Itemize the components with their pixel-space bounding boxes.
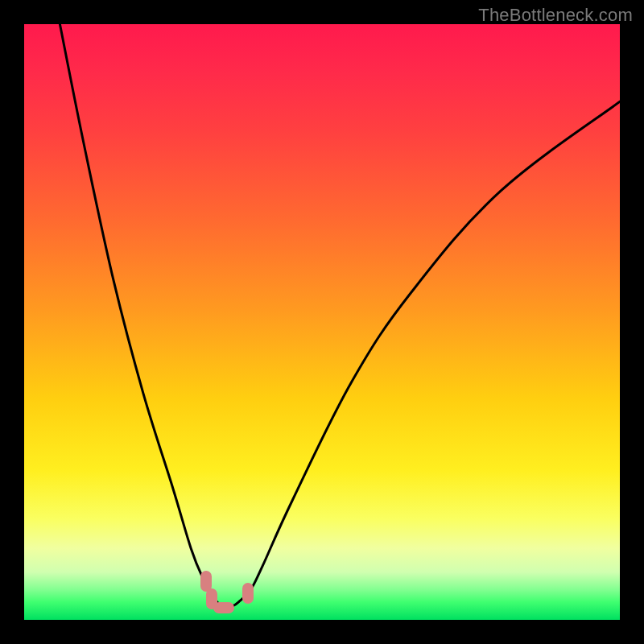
watermark-text: TheBottleneck.com bbox=[478, 5, 633, 26]
chart-frame: TheBottleneck.com bbox=[0, 0, 644, 644]
curve-marker bbox=[242, 583, 254, 604]
curve-marker bbox=[213, 602, 234, 613]
plot-area bbox=[24, 24, 620, 620]
marker-layer bbox=[24, 24, 620, 620]
